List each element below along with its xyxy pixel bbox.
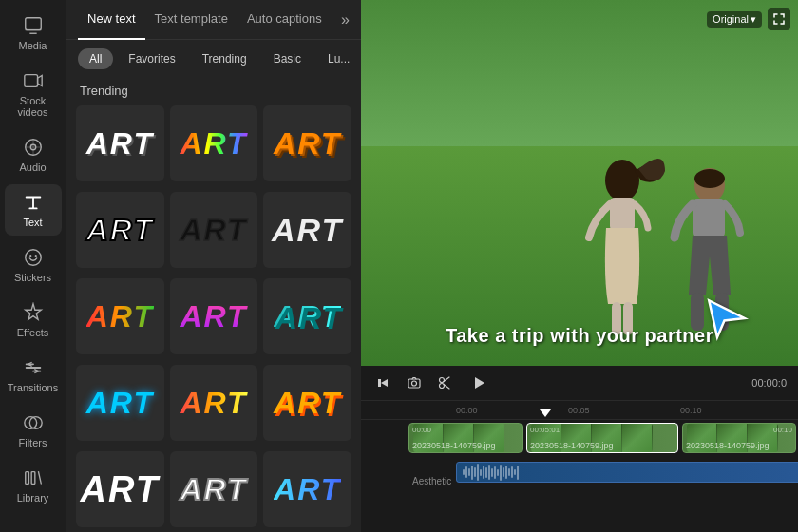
text-style-7-preview: ART [86, 299, 154, 334]
sidebar-item-media-label: Media [19, 40, 48, 51]
text-style-2[interactable]: ART [170, 105, 258, 181]
timeline-area: 00:00:0 00:00 00:05 00:10 [361, 366, 798, 532]
wave-bar [511, 466, 513, 478]
scissors-icon [437, 375, 452, 390]
text-style-1[interactable]: ART [76, 105, 164, 181]
sidebar-item-transitions[interactable]: Transitions [5, 350, 62, 401]
text-style-9[interactable]: ART [263, 278, 352, 354]
filter-tab-trending[interactable]: Trending [191, 48, 258, 69]
text-style-4-preview: ART [86, 213, 154, 248]
wave-bar [491, 468, 493, 477]
audio-clip[interactable] [456, 462, 798, 483]
sidebar-item-stock-videos[interactable]: Stock videos [5, 63, 62, 125]
panel-tabs: New text Text template Auto captions » [66, 0, 361, 40]
sidebar-item-filters[interactable]: Filters [5, 405, 62, 456]
quality-selector[interactable]: Original ▾ [707, 11, 762, 28]
svg-point-23 [412, 381, 417, 386]
audio-track-row: Aesthetic [361, 456, 798, 488]
wave-bar [474, 467, 476, 477]
play-icon [471, 375, 486, 390]
audio-waveform [463, 463, 519, 482]
tabs-overflow-chevron[interactable]: » [341, 11, 350, 28]
timeline-time-display: 00:00:0 [751, 377, 787, 389]
text-style-8[interactable]: ART [170, 278, 258, 354]
play-button[interactable] [467, 371, 490, 394]
ruler-time-0: 00:00 [456, 406, 478, 415]
sidebar-item-library-label: Library [17, 492, 49, 504]
filter-tab-all[interactable]: All [78, 48, 113, 69]
fullscreen-button[interactable] [768, 8, 790, 30]
wave-bar [483, 466, 484, 479]
wave-bar [500, 465, 502, 481]
text-style-11[interactable]: ART [170, 365, 258, 441]
playback-controls: 00:00:0 [361, 366, 798, 401]
video-clip-1[interactable]: 20230518-140759.jpg 00:00 [408, 423, 522, 453]
camera-icon [407, 375, 422, 390]
wave-bar [471, 466, 473, 480]
tab-text-template[interactable]: Text template [145, 0, 238, 40]
rewind-button[interactable] [372, 371, 395, 394]
sidebar-item-effects-label: Effects [17, 327, 48, 338]
snapshot-button[interactable] [403, 371, 426, 394]
scissors-button[interactable] [433, 371, 456, 394]
text-style-3-preview: ART [274, 126, 341, 162]
filter-tab-lu[interactable]: Lu... [316, 48, 361, 69]
sidebar-item-filters-label: Filters [19, 437, 48, 448]
sidebar: Media Stock videos Audio Text Stickers [0, 0, 66, 532]
filter-tab-basic[interactable]: Basic [262, 48, 313, 69]
text-style-14-preview: ART [180, 472, 247, 507]
sidebar-item-library[interactable]: Library [5, 460, 62, 511]
svg-rect-9 [25, 472, 28, 484]
svg-rect-21 [378, 379, 381, 387]
sidebar-item-transitions-label: Transitions [8, 382, 58, 393]
tab-new-text[interactable]: New text [78, 0, 145, 40]
text-style-7[interactable]: ART [76, 278, 164, 354]
svg-rect-13 [610, 198, 635, 231]
filter-tab-favorites[interactable]: Favorites [117, 48, 186, 69]
wave-bar [466, 466, 467, 478]
rewind-icon [376, 375, 391, 390]
wave-bar [468, 468, 470, 476]
ruler-time-1: 00:05 [568, 406, 590, 415]
text-style-12-preview: ART [274, 386, 341, 421]
text-style-13[interactable]: ART [76, 451, 164, 527]
text-style-6[interactable]: ART [263, 192, 352, 268]
video-clip-3[interactable]: 20230518-140759.jpg 00:10 [682, 423, 796, 453]
wave-bar [480, 469, 482, 476]
text-style-5[interactable]: ART [170, 192, 258, 268]
sidebar-item-stickers[interactable]: Stickers [5, 239, 62, 291]
thumb-cell-7 [622, 424, 653, 452]
svg-point-6 [34, 255, 36, 256]
svg-rect-10 [31, 472, 35, 484]
text-style-14[interactable]: ART [170, 451, 258, 527]
sidebar-item-audio[interactable]: Audio [5, 129, 62, 180]
svg-rect-22 [408, 379, 420, 388]
sidebar-item-stickers-label: Stickers [14, 272, 51, 283]
text-style-3[interactable]: ART [263, 105, 352, 181]
video-clip-2[interactable]: 20230518-140759.jpg 00:05:01 [526, 423, 678, 453]
effects-icon [23, 302, 44, 323]
audio-track-content [408, 456, 798, 488]
wave-bar [505, 466, 507, 479]
tab-auto-captions[interactable]: Auto captions [238, 0, 332, 40]
sidebar-item-media[interactable]: Media [5, 8, 62, 59]
filter-tabs-row: All Favorites Trending Basic Lu... ▾ [66, 40, 361, 78]
text-icon [23, 192, 44, 213]
sidebar-item-audio-label: Audio [19, 162, 46, 173]
wave-bar [488, 465, 490, 480]
wave-bar [463, 469, 465, 475]
video-track-content: 20230518-140759.jpg 00:00 20230518-14075… [408, 420, 798, 456]
sidebar-item-text[interactable]: Text [5, 184, 62, 236]
text-style-11-preview: ART [180, 386, 247, 421]
sidebar-item-stock-videos-label: Stock videos [9, 95, 58, 118]
wave-bar [477, 464, 479, 481]
sidebar-item-effects[interactable]: Effects [5, 294, 62, 346]
text-style-15[interactable]: ART [263, 451, 352, 527]
clip-1-label: 20230518-140759.jpg [412, 441, 496, 450]
text-style-4[interactable]: ART [76, 192, 164, 268]
fullscreen-icon [773, 13, 785, 25]
svg-point-4 [25, 250, 41, 266]
text-style-10[interactable]: ART [76, 365, 164, 441]
text-style-12[interactable]: ART [263, 365, 352, 441]
tracks-area[interactable]: 20230518-140759.jpg 00:00 20230518-14075… [361, 420, 798, 532]
